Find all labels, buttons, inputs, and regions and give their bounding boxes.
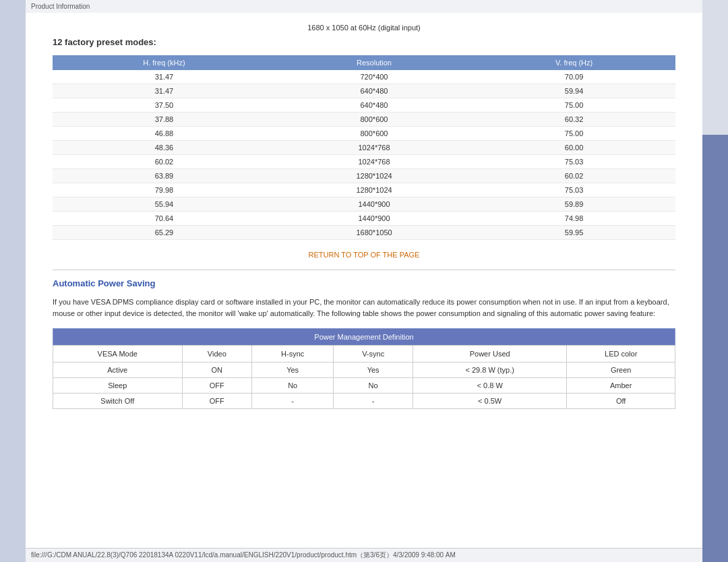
preset-cell-11-0: 65.29 [53, 226, 276, 240]
preset-cell-6-2: 75.03 [473, 155, 675, 169]
power-cell-2-4: < 0.5W [413, 394, 567, 409]
preset-cell-9-2: 59.89 [473, 197, 675, 212]
power-cell-0-2: Yes [252, 363, 334, 378]
power-cell-0-0: Active [53, 363, 183, 378]
header-label: Product Information [31, 3, 90, 10]
preset-cell-11-1: 1680*1050 [276, 226, 473, 240]
power-cell-2-5: Off [567, 394, 675, 409]
power-cell-1-0: Sleep [53, 378, 183, 394]
main-content: Product Information 1680 x 1050 at 60Hz … [26, 0, 702, 562]
preset-col-header-2: V. freq (Hz) [473, 55, 675, 70]
table-row: 48.361024*76860.00 [53, 141, 675, 155]
power-cell-1-3: No [334, 378, 413, 394]
power-cell-1-4: < 0.8 W [413, 378, 567, 394]
table-row: 46.88800*60075.00 [53, 127, 675, 141]
return-link-anchor[interactable]: RETURN TO TOP OF THE PAGE [309, 251, 420, 259]
table-row: 37.88800*60060.32 [53, 113, 675, 127]
return-link[interactable]: RETURN TO TOP OF THE PAGE [53, 251, 675, 259]
preset-section-title: 12 factory preset modes: [53, 37, 675, 47]
power-col-header-4: Power Used [413, 346, 567, 363]
preset-cell-1-2: 59.94 [473, 84, 675, 98]
content-area: 1680 x 1050 at 60Hz (digital input) 12 f… [26, 13, 702, 548]
preset-col-header-0: H. freq (kHz) [53, 55, 276, 70]
power-cell-1-1: OFF [182, 378, 252, 394]
preset-cell-4-1: 800*600 [276, 127, 473, 141]
table-row: SleepOFFNoNo< 0.8 WAmber [53, 378, 675, 394]
power-management-table: Power Management Definition VESA ModeVid… [53, 328, 675, 409]
preset-cell-10-0: 70.64 [53, 212, 276, 226]
preset-cell-11-2: 59.95 [473, 226, 675, 240]
auto-power-description: If you have VESA DPMS compliance display… [53, 296, 675, 319]
table-row: Switch OffOFF--< 0.5WOff [53, 394, 675, 409]
power-cell-2-1: OFF [182, 394, 252, 409]
preset-cell-8-2: 75.03 [473, 183, 675, 197]
table-row: 60.021024*76875.03 [53, 155, 675, 169]
preset-cell-6-0: 60.02 [53, 155, 276, 169]
preset-cell-2-2: 75.00 [473, 98, 675, 113]
preset-cell-2-1: 640*480 [276, 98, 473, 113]
power-cell-1-2: No [252, 378, 334, 394]
preset-cell-5-0: 48.36 [53, 141, 276, 155]
left-sidebar [0, 0, 26, 562]
table-row: 65.291680*105059.95 [53, 226, 675, 240]
section-divider [53, 270, 675, 270]
power-table-main-header: Power Management Definition [53, 329, 675, 346]
preset-cell-10-2: 74.98 [473, 212, 675, 226]
preset-cell-7-2: 60.02 [473, 169, 675, 183]
right-sidebar-top [702, 0, 728, 135]
preset-cell-2-0: 37.50 [53, 98, 276, 113]
preset-cell-3-0: 37.88 [53, 113, 276, 127]
page-header: Product Information [26, 0, 702, 13]
power-col-header-2: H-sync [252, 346, 334, 363]
power-col-header-5: LED color [567, 346, 675, 363]
auto-power-title: Automatic Power Saving [53, 278, 675, 288]
power-table-title: Power Management Definition [53, 329, 675, 346]
table-row: 79.981280*102475.03 [53, 183, 675, 197]
preset-cell-3-1: 800*600 [276, 113, 473, 127]
footer-text: file:///G:/CDM ANUAL/22.8(3)/Q706 220181… [31, 551, 456, 559]
power-table-col-headers: VESA ModeVideoH-syncV-syncPower UsedLED … [53, 346, 675, 363]
power-col-header-3: V-sync [334, 346, 413, 363]
right-sidebar [702, 0, 728, 562]
preset-cell-1-0: 31.47 [53, 84, 276, 98]
preset-cell-6-1: 1024*768 [276, 155, 473, 169]
table-row: 63.891280*102460.02 [53, 169, 675, 183]
preset-cell-5-1: 1024*768 [276, 141, 473, 155]
table-row: 31.47640*48059.94 [53, 84, 675, 98]
power-col-header-0: VESA Mode [53, 346, 183, 363]
right-sidebar-mid [702, 135, 728, 562]
preset-cell-4-0: 46.88 [53, 127, 276, 141]
table-row: 37.50640*48075.00 [53, 98, 675, 113]
preset-cell-7-1: 1280*1024 [276, 169, 473, 183]
table-row: ActiveONYesYes< 29.8 W (typ.)Green [53, 363, 675, 378]
table-row: 55.941440*90059.89 [53, 197, 675, 212]
preset-cell-8-0: 79.98 [53, 183, 276, 197]
preset-cell-5-2: 60.00 [473, 141, 675, 155]
power-cell-0-4: < 29.8 W (typ.) [413, 363, 567, 378]
power-cell-2-0: Switch Off [53, 394, 183, 409]
preset-cell-0-2: 70.09 [473, 70, 675, 84]
preset-table: H. freq (kHz)ResolutionV. freq (Hz) 31.4… [53, 55, 675, 240]
power-cell-0-3: Yes [334, 363, 413, 378]
preset-cell-9-1: 1440*900 [276, 197, 473, 212]
table-row: 70.641440*90074.98 [53, 212, 675, 226]
preset-cell-0-1: 720*400 [276, 70, 473, 84]
preset-cell-0-0: 31.47 [53, 70, 276, 84]
preset-table-header-row: H. freq (kHz)ResolutionV. freq (Hz) [53, 55, 675, 70]
preset-cell-7-0: 63.89 [53, 169, 276, 183]
preset-cell-9-0: 55.94 [53, 197, 276, 212]
power-cell-2-2: - [252, 394, 334, 409]
table-row: 31.47720*40070.09 [53, 70, 675, 84]
preset-cell-1-1: 640*480 [276, 84, 473, 98]
power-cell-1-5: Amber [567, 378, 675, 394]
resolution-info: 1680 x 1050 at 60Hz (digital input) [53, 24, 675, 32]
preset-cell-8-1: 1280*1024 [276, 183, 473, 197]
preset-cell-3-2: 60.32 [473, 113, 675, 127]
preset-cell-10-1: 1440*900 [276, 212, 473, 226]
power-cell-0-5: Green [567, 363, 675, 378]
power-cell-2-3: - [334, 394, 413, 409]
power-col-header-1: Video [182, 346, 252, 363]
preset-col-header-1: Resolution [276, 55, 473, 70]
footer-bar: file:///G:/CDM ANUAL/22.8(3)/Q706 220181… [26, 548, 702, 562]
preset-cell-4-2: 75.00 [473, 127, 675, 141]
